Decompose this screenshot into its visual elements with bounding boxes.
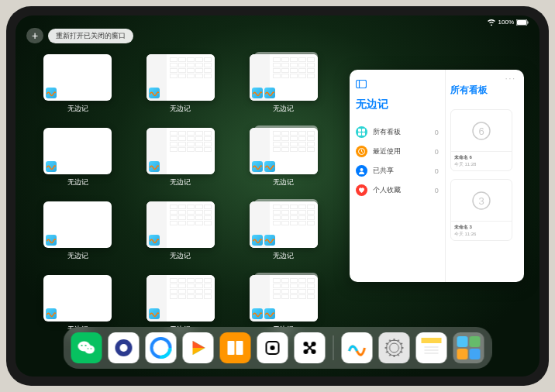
panel-main-title: 所有看板 (450, 84, 519, 97)
battery-icon (516, 19, 529, 26)
window-thumbnail (250, 201, 318, 248)
svg-point-10 (360, 168, 364, 171)
window-item[interactable]: 无边记 (140, 128, 222, 187)
freeform-app-icon (252, 161, 263, 172)
window-item[interactable]: 无边记 (37, 128, 119, 187)
svg-rect-26 (236, 341, 243, 355)
window-label: 无边记 (273, 104, 294, 114)
category-label: 所有看板 (373, 127, 401, 137)
window-label: 无边记 (67, 251, 88, 261)
window-thumbnail (43, 275, 112, 322)
svg-text:3: 3 (478, 195, 484, 207)
panel-sidebar: 无边记 所有看板0最近使用0已共享0个人收藏0 (350, 70, 446, 282)
window-thumbnail (147, 54, 215, 101)
svg-rect-3 (357, 81, 367, 88)
category-label: 已共享 (373, 166, 394, 176)
reopen-closed-window-button[interactable]: 重新打开已关闭的窗口 (48, 29, 133, 43)
svg-point-34 (390, 343, 399, 352)
window-item[interactable]: 无边记 (140, 201, 222, 261)
freeform-panel[interactable]: ··· 无边记 所有看板0最近使用0已共享0个人收藏0 所有看板 6未命名 6今… (350, 70, 524, 282)
freeform-app-icon (46, 88, 57, 98)
window-label: 无边记 (273, 177, 294, 187)
category-heart[interactable]: 个人收藏0 (356, 181, 439, 200)
freeform-app-icon (252, 235, 263, 246)
board-card[interactable]: 6未命名 6今天 11:28 (450, 109, 512, 171)
window-item[interactable]: 无边记 (140, 54, 222, 114)
screen: 100% + 重新打开已关闭的窗口 无边记无边记无边记无边记无边记无边记无边记无… (16, 15, 539, 377)
board-sketch: 6 (451, 110, 512, 151)
freeform-app-icon (264, 308, 275, 319)
window-thumbnail (147, 128, 215, 174)
svg-rect-8 (362, 132, 365, 136)
freeform-app-icon (46, 161, 57, 172)
category-label: 最近使用 (373, 146, 401, 156)
category-grid[interactable]: 所有看板0 (356, 122, 439, 142)
window-item[interactable]: 无边记 (37, 54, 119, 114)
window-thumbnail (43, 201, 112, 248)
new-window-button[interactable]: + (26, 28, 43, 43)
category-count: 0 (435, 148, 439, 156)
sidebar-title: 无边记 (356, 98, 439, 112)
heart-icon (356, 184, 367, 196)
svg-rect-25 (228, 341, 235, 355)
ipad-device: 100% + 重新打开已关闭的窗口 无边记无边记无边记无边记无边记无边记无边记无… (6, 6, 549, 386)
window-item[interactable]: 无边记 (37, 201, 119, 261)
freeform-app-icon (252, 88, 263, 98)
freeform-app-icon (46, 308, 57, 319)
category-count: 0 (435, 129, 439, 136)
dock-app-dice[interactable] (257, 332, 288, 363)
window-item[interactable]: 无边记 (243, 201, 324, 261)
window-label: 无边记 (67, 104, 88, 114)
category-person[interactable]: 已共享0 (356, 161, 439, 181)
svg-point-17 (81, 345, 83, 346)
dock-app-settings[interactable] (379, 332, 410, 363)
freeform-app-icon (149, 88, 160, 98)
battery-text: 100% (498, 19, 514, 26)
window-item[interactable]: 无边记 (243, 128, 324, 187)
dock-app-qq-browser[interactable] (146, 332, 177, 363)
window-item[interactable]: 无边记 (37, 275, 119, 335)
svg-rect-1 (517, 20, 526, 25)
window-thumbnail (250, 128, 318, 174)
dock-app-video[interactable] (183, 332, 214, 363)
window-thumbnail (43, 54, 112, 101)
dock-app-library[interactable] (453, 332, 484, 363)
category-clock[interactable]: 最近使用0 (356, 142, 439, 161)
dock (64, 327, 492, 369)
svg-point-16 (84, 346, 95, 354)
window-thumbnail (147, 275, 215, 322)
svg-rect-2 (528, 21, 529, 23)
window-item[interactable]: 无边记 (243, 275, 324, 335)
dock-app-connect[interactable] (295, 332, 326, 363)
freeform-app-icon (252, 308, 263, 319)
panel-main: 所有看板 6未命名 6今天 11:283未命名 3今天 11:26 (446, 70, 524, 282)
panel-more-icon[interactable]: ··· (505, 74, 516, 83)
freeform-app-icon (149, 235, 160, 246)
window-thumbnail (43, 128, 112, 174)
board-meta: 未命名 6今天 11:28 (451, 151, 512, 170)
svg-rect-47 (422, 338, 442, 343)
freeform-app-icon (264, 88, 275, 98)
window-item[interactable]: 无边记 (243, 54, 324, 114)
category-count: 0 (435, 167, 439, 175)
dock-app-notes[interactable] (416, 332, 447, 363)
svg-point-18 (85, 345, 87, 346)
board-sketch: 3 (451, 180, 512, 221)
svg-rect-5 (358, 129, 361, 132)
grid-icon (356, 126, 367, 138)
dock-app-quark[interactable] (109, 332, 140, 363)
window-label: 无边记 (67, 177, 88, 187)
dock-app-wechat[interactable] (71, 332, 102, 363)
window-thumbnail (147, 201, 215, 248)
category-count: 0 (435, 187, 439, 194)
window-item[interactable]: 无边记 (140, 275, 222, 335)
category-label: 个人收藏 (373, 185, 401, 195)
dock-app-books[interactable] (220, 332, 251, 363)
board-card[interactable]: 3未命名 3今天 11:26 (450, 179, 512, 241)
window-label: 无边记 (170, 251, 191, 261)
top-controls: + 重新打开已关闭的窗口 (26, 28, 133, 43)
wifi-icon (487, 19, 496, 26)
dock-app-freeform[interactable] (342, 332, 373, 363)
person-icon (356, 165, 367, 177)
freeform-app-icon (149, 161, 160, 172)
